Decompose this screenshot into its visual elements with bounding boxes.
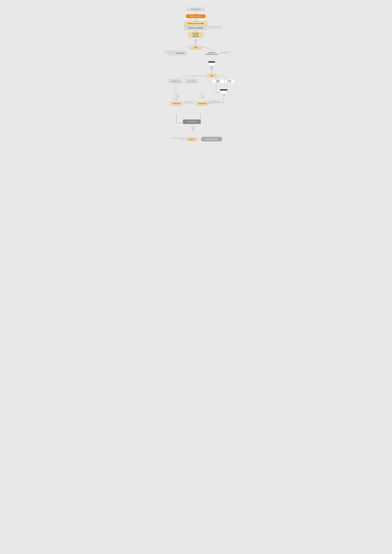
logo-icons-box: LOGO ICONS bbox=[186, 79, 198, 83]
mapping-bubbles bbox=[190, 125, 196, 131]
clusterizing1-annotation: By gender of the person in the icon (Men… bbox=[184, 101, 196, 104]
manual-scraping-annotation: Screenshotting the icons of the apps in … bbox=[209, 26, 222, 28]
other-apps-box: OTHER APPS bbox=[174, 51, 187, 55]
body-face-apps-annotation: Photo retouching, makeup filters, body e… bbox=[220, 51, 234, 54]
filter1-box: Filter bbox=[190, 46, 202, 49]
svg-point-15 bbox=[176, 94, 179, 97]
svg-marker-13 bbox=[210, 69, 213, 71]
bodies-icons-box: BODIES ICONS bbox=[224, 79, 234, 83]
xlsx-file2-box: .xlsx file bbox=[220, 89, 227, 96]
svg-line-10 bbox=[192, 75, 193, 76]
manual-scraping-box: MANUAL SCRAPING bbox=[184, 26, 207, 30]
cluster-bubbles-1 bbox=[170, 92, 182, 101]
other-apps-annotation: Face Modification, Collage Image, Deep F… bbox=[163, 50, 173, 55]
funnel2-icon bbox=[210, 68, 213, 72]
svg-point-21 bbox=[193, 126, 195, 128]
svg-marker-12 bbox=[194, 41, 198, 43]
clusterizing1-box: Clusterizing bbox=[170, 102, 183, 105]
cluster-bubbles-2 bbox=[196, 92, 206, 101]
svg-point-19 bbox=[202, 97, 204, 99]
xlsx-file1-box: .xlsx file bbox=[208, 62, 215, 67]
clusterizing2-box: Clusterizing bbox=[196, 102, 208, 105]
svg-point-14 bbox=[173, 94, 177, 99]
clusterizing2-annotation: By elements depicted in the icon (Face, … bbox=[209, 100, 222, 104]
svg-point-17 bbox=[198, 94, 202, 98]
visualization-box: VISUALIZATION bbox=[201, 137, 222, 141]
google-play-store-box: GOOGLE PLAY STORE bbox=[184, 21, 207, 26]
funnel1-icon bbox=[194, 40, 198, 44]
svg-point-18 bbox=[201, 94, 204, 97]
mapping-box: Mapping bbox=[186, 137, 197, 141]
filter2-box: Filter bbox=[207, 74, 216, 77]
camera-icons-box: CAMERA ICONS bbox=[169, 79, 183, 83]
faces-icons-box: FACES ICONS bbox=[212, 79, 224, 83]
body-face-apps-box: BODY/FACEMODIFICATION APPS bbox=[204, 51, 219, 56]
body-face-editor-box: "Body face editor" bbox=[186, 14, 206, 18]
svg-point-16 bbox=[177, 97, 179, 99]
full-page-results-box: FULL PAGE RESULTS (240 APPS) bbox=[188, 32, 203, 38]
illustrator-box: ILLUSTRATOR bbox=[183, 119, 201, 124]
mapping-annotation: Mapping the app's icons on a human figur… bbox=[172, 137, 185, 140]
svg-line-11 bbox=[192, 75, 193, 76]
query-definition-box: Query definition bbox=[187, 7, 204, 11]
